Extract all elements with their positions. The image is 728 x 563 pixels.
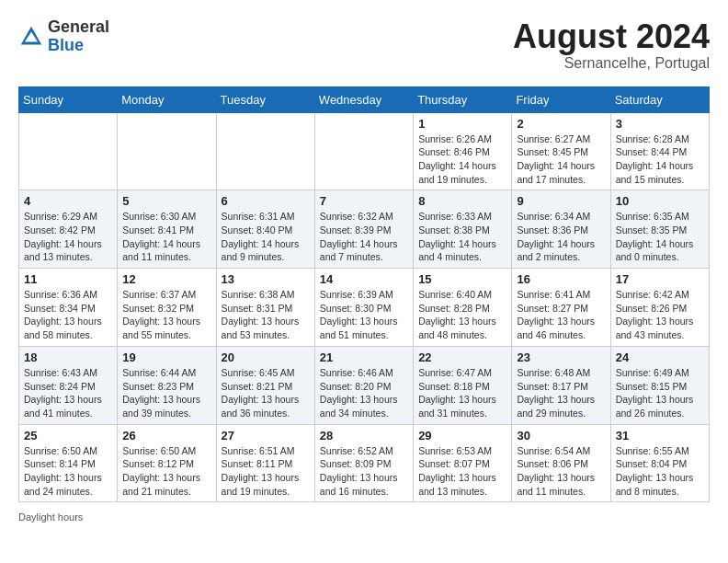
- day-number: 25: [24, 429, 112, 442]
- page-header: General Blue August 2024 Sernancelhe, Po…: [18, 18, 710, 72]
- day-number: 22: [418, 350, 506, 364]
- calendar-body: 1Sunrise: 6:26 AMSunset: 8:46 PMDaylight…: [19, 112, 710, 502]
- day-info: Sunrise: 6:26 AMSunset: 8:46 PMDaylight:…: [418, 132, 506, 187]
- calendar-cell: 5Sunrise: 6:30 AMSunset: 8:41 PMDaylight…: [118, 190, 216, 269]
- day-info: Sunrise: 6:42 AMSunset: 8:26 PMDaylight:…: [616, 288, 704, 342]
- calendar-cell: 8Sunrise: 6:33 AMSunset: 8:38 PMDaylight…: [414, 190, 512, 269]
- day-info: Sunrise: 6:39 AMSunset: 8:30 PMDaylight:…: [320, 288, 408, 342]
- day-info: Sunrise: 6:31 AMSunset: 8:40 PMDaylight:…: [222, 210, 310, 264]
- day-info: Sunrise: 6:55 AMSunset: 8:04 PMDaylight:…: [616, 444, 704, 499]
- day-info: Sunrise: 6:54 AMSunset: 8:06 PMDaylight:…: [517, 444, 605, 499]
- calendar-cell: 23Sunrise: 6:48 AMSunset: 8:17 PMDayligh…: [512, 346, 610, 424]
- calendar-cell: [19, 112, 118, 190]
- day-info: Sunrise: 6:41 AMSunset: 8:27 PMDaylight:…: [517, 288, 605, 342]
- day-number: 14: [320, 272, 408, 286]
- day-info: Sunrise: 6:50 AMSunset: 8:14 PMDaylight:…: [24, 444, 112, 499]
- calendar-cell: 20Sunrise: 6:45 AMSunset: 8:21 PMDayligh…: [216, 346, 314, 424]
- header-day-sunday: Sunday: [19, 86, 118, 112]
- day-info: Sunrise: 6:47 AMSunset: 8:18 PMDaylight:…: [418, 366, 506, 420]
- day-info: Sunrise: 6:43 AMSunset: 8:24 PMDaylight:…: [24, 366, 112, 420]
- header-day-wednesday: Wednesday: [314, 86, 413, 112]
- day-number: 10: [616, 194, 704, 208]
- day-number: 2: [517, 117, 605, 131]
- calendar-cell: 14Sunrise: 6:39 AMSunset: 8:30 PMDayligh…: [314, 269, 413, 347]
- daylight-label: Daylight hours: [18, 511, 83, 523]
- day-number: 31: [616, 429, 704, 442]
- day-number: 9: [517, 194, 605, 208]
- calendar-cell: 7Sunrise: 6:32 AMSunset: 8:39 PMDaylight…: [314, 190, 413, 269]
- day-number: 18: [24, 350, 112, 364]
- logo-blue-text: Blue: [48, 37, 109, 55]
- calendar-cell: [314, 112, 413, 190]
- calendar-week-5: 25Sunrise: 6:50 AMSunset: 8:14 PMDayligh…: [19, 424, 710, 502]
- day-info: Sunrise: 6:30 AMSunset: 8:41 PMDaylight:…: [122, 210, 210, 264]
- day-info: Sunrise: 6:28 AMSunset: 8:44 PMDaylight:…: [616, 132, 704, 187]
- calendar-cell: 18Sunrise: 6:43 AMSunset: 8:24 PMDayligh…: [19, 346, 118, 424]
- day-info: Sunrise: 6:38 AMSunset: 8:31 PMDaylight:…: [222, 288, 310, 342]
- calendar-cell: 29Sunrise: 6:53 AMSunset: 8:07 PMDayligh…: [414, 424, 512, 502]
- calendar-cell: 30Sunrise: 6:54 AMSunset: 8:06 PMDayligh…: [512, 424, 610, 502]
- day-number: 19: [122, 350, 210, 364]
- calendar-week-2: 4Sunrise: 6:29 AMSunset: 8:42 PMDaylight…: [19, 190, 710, 269]
- calendar-cell: 31Sunrise: 6:55 AMSunset: 8:04 PMDayligh…: [610, 424, 709, 502]
- calendar-cell: 13Sunrise: 6:38 AMSunset: 8:31 PMDayligh…: [216, 269, 314, 347]
- day-info: Sunrise: 6:29 AMSunset: 8:42 PMDaylight:…: [24, 210, 112, 264]
- day-info: Sunrise: 6:50 AMSunset: 8:12 PMDaylight:…: [122, 444, 210, 499]
- day-info: Sunrise: 6:52 AMSunset: 8:09 PMDaylight:…: [320, 444, 408, 499]
- calendar-cell: 11Sunrise: 6:36 AMSunset: 8:34 PMDayligh…: [19, 269, 118, 347]
- day-info: Sunrise: 6:51 AMSunset: 8:11 PMDaylight:…: [222, 444, 310, 499]
- calendar-cell: [216, 112, 314, 190]
- logo-general-text: General: [48, 18, 109, 37]
- header-day-friday: Friday: [512, 86, 610, 112]
- header-day-thursday: Thursday: [414, 86, 512, 112]
- day-number: 30: [517, 429, 605, 442]
- day-number: 8: [418, 194, 506, 208]
- day-number: 12: [122, 272, 210, 286]
- day-info: Sunrise: 6:53 AMSunset: 8:07 PMDaylight:…: [418, 444, 506, 499]
- calendar-week-4: 18Sunrise: 6:43 AMSunset: 8:24 PMDayligh…: [19, 346, 710, 424]
- day-number: 11: [24, 272, 112, 286]
- day-info: Sunrise: 6:33 AMSunset: 8:38 PMDaylight:…: [418, 210, 506, 264]
- calendar-cell: 10Sunrise: 6:35 AMSunset: 8:35 PMDayligh…: [610, 190, 709, 269]
- calendar-cell: [118, 112, 216, 190]
- calendar-cell: 24Sunrise: 6:49 AMSunset: 8:15 PMDayligh…: [610, 346, 709, 424]
- day-number: 28: [320, 429, 408, 442]
- calendar-cell: 2Sunrise: 6:27 AMSunset: 8:45 PMDaylight…: [512, 112, 610, 190]
- calendar-cell: 1Sunrise: 6:26 AMSunset: 8:46 PMDaylight…: [414, 112, 512, 190]
- day-number: 27: [222, 429, 310, 442]
- day-info: Sunrise: 6:32 AMSunset: 8:39 PMDaylight:…: [320, 210, 408, 264]
- day-info: Sunrise: 6:34 AMSunset: 8:36 PMDaylight:…: [517, 210, 605, 264]
- day-info: Sunrise: 6:35 AMSunset: 8:35 PMDaylight:…: [616, 210, 704, 264]
- day-number: 29: [418, 429, 506, 442]
- calendar-cell: 9Sunrise: 6:34 AMSunset: 8:36 PMDaylight…: [512, 190, 610, 269]
- day-number: 15: [418, 272, 506, 286]
- day-number: 4: [24, 194, 112, 208]
- calendar-cell: 6Sunrise: 6:31 AMSunset: 8:40 PMDaylight…: [216, 190, 314, 269]
- calendar-cell: 3Sunrise: 6:28 AMSunset: 8:44 PMDaylight…: [610, 112, 709, 190]
- day-info: Sunrise: 6:48 AMSunset: 8:17 PMDaylight:…: [517, 366, 605, 420]
- title-section: August 2024 Sernancelhe, Portugal: [513, 18, 710, 72]
- header-row: SundayMondayTuesdayWednesdayThursdayFrid…: [19, 86, 710, 112]
- calendar-cell: 21Sunrise: 6:46 AMSunset: 8:20 PMDayligh…: [314, 346, 413, 424]
- calendar-week-1: 1Sunrise: 6:26 AMSunset: 8:46 PMDaylight…: [19, 112, 710, 190]
- calendar-cell: 4Sunrise: 6:29 AMSunset: 8:42 PMDaylight…: [19, 190, 118, 269]
- day-info: Sunrise: 6:49 AMSunset: 8:15 PMDaylight:…: [616, 366, 704, 420]
- calendar-cell: 22Sunrise: 6:47 AMSunset: 8:18 PMDayligh…: [414, 346, 512, 424]
- calendar-cell: 28Sunrise: 6:52 AMSunset: 8:09 PMDayligh…: [314, 424, 413, 502]
- day-number: 21: [320, 350, 408, 364]
- day-info: Sunrise: 6:37 AMSunset: 8:32 PMDaylight:…: [122, 288, 210, 342]
- day-info: Sunrise: 6:27 AMSunset: 8:45 PMDaylight:…: [517, 132, 605, 187]
- day-info: Sunrise: 6:46 AMSunset: 8:20 PMDaylight:…: [320, 366, 408, 420]
- location-subtitle: Sernancelhe, Portugal: [513, 55, 710, 72]
- logo-icon: [18, 24, 44, 50]
- day-info: Sunrise: 6:45 AMSunset: 8:21 PMDaylight:…: [222, 366, 310, 420]
- calendar-cell: 17Sunrise: 6:42 AMSunset: 8:26 PMDayligh…: [610, 269, 709, 347]
- calendar-cell: 27Sunrise: 6:51 AMSunset: 8:11 PMDayligh…: [216, 424, 314, 502]
- calendar-cell: 25Sunrise: 6:50 AMSunset: 8:14 PMDayligh…: [19, 424, 118, 502]
- day-number: 17: [616, 272, 704, 286]
- calendar-week-3: 11Sunrise: 6:36 AMSunset: 8:34 PMDayligh…: [19, 269, 710, 347]
- day-number: 23: [517, 350, 605, 364]
- day-number: 6: [222, 194, 310, 208]
- day-number: 24: [616, 350, 704, 364]
- header-day-tuesday: Tuesday: [216, 86, 314, 112]
